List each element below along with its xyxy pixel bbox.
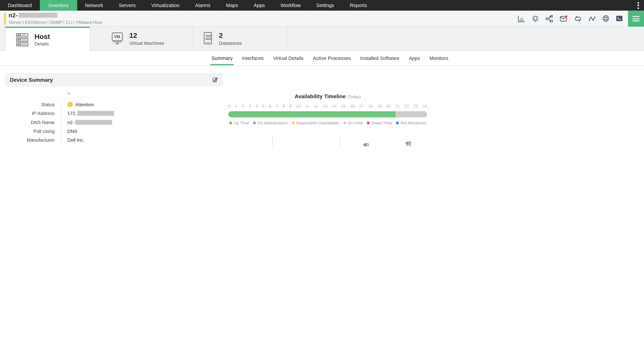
tab-virtual-machines[interactable]: VM 12 Virtual Machines <box>90 27 193 50</box>
timeline-hour-scale: 0123456789101112131415161718192021222324 <box>228 104 427 108</box>
field-row-ip: IP Address 172. <box>5 109 223 118</box>
tab-host-subtitle: Details <box>34 42 50 46</box>
globe-icon[interactable] <box>602 14 610 23</box>
redacted-value <box>75 120 112 125</box>
dependent-legend-dot <box>292 121 295 124</box>
gauge-center-line <box>340 136 340 146</box>
app-window: Dashboard Inventory Network Servers Virt… <box>0 0 644 146</box>
kebab-menu-icon[interactable] <box>632 0 644 11</box>
availability-timeline-bar[interactable] <box>228 111 427 117</box>
nav-item-settings[interactable]: Settings <box>308 0 342 11</box>
redacted-value <box>78 111 114 116</box>
gauge-center-line <box>272 136 272 146</box>
svg-text:HDD: HDD <box>205 37 211 40</box>
notmonitored-legend-dot <box>396 121 399 124</box>
nav-item-maps[interactable]: Maps <box>218 0 246 11</box>
device-summary-title: Device Summary <box>10 77 53 83</box>
tab-datastores[interactable]: SSD HDD 2 Datastores <box>193 27 288 50</box>
field-value: DNS <box>62 129 78 134</box>
entity-tabs: Host Details VM 12 Virtual Machines SSD … <box>0 27 644 51</box>
workflow-icon[interactable] <box>545 14 554 23</box>
tab-ds-count: 2 <box>219 32 242 40</box>
device-summary-header: Device Summary <box>5 73 223 87</box>
hamburger-menu-icon[interactable] <box>628 11 644 27</box>
uptime-legend-dot <box>229 121 232 124</box>
downtime-legend-dot <box>367 121 370 124</box>
availability-timeline-title: Availability Timeline (Today) <box>228 93 427 99</box>
tab-ds-label: Datastores <box>219 41 242 45</box>
suppress-loop-icon[interactable] <box>573 14 582 23</box>
vm-monitor-icon: VM <box>110 31 124 46</box>
scroll-up-arrow[interactable] <box>66 92 70 94</box>
performance-chart-icon[interactable] <box>517 14 526 23</box>
field-row-dns: DNS Name n2- <box>5 118 223 127</box>
nav-item-inventory[interactable]: Inventory <box>40 0 77 11</box>
field-row-poll: Poll Using DNS <box>5 127 223 136</box>
subtab-monitors[interactable]: Monitors <box>428 51 450 65</box>
nav-item-alarms[interactable]: Alarms <box>187 0 218 11</box>
field-label: Manufacturer <box>5 136 62 144</box>
field-label: DNS Name <box>5 118 62 127</box>
nav-item-workflow[interactable]: Workflow <box>273 0 308 11</box>
nav-item-virtualization[interactable]: Virtualization <box>144 0 187 11</box>
device-summary-fields: Status !Attention IP Address 172. DNS Na… <box>5 100 223 146</box>
terminal-icon[interactable] <box>615 14 624 23</box>
uptime-segment <box>228 111 395 117</box>
alarm-bell-icon[interactable] <box>531 14 540 23</box>
field-row-status: Status !Attention <box>5 100 223 109</box>
tab-vm-count: 12 <box>129 32 164 40</box>
field-row-manufacturer: Manufacturer Dell Inc. <box>5 136 223 144</box>
svg-text:VM: VM <box>114 34 120 39</box>
device-header: n2- Server | ESXServer | SNMP | CLI | VM… <box>0 11 644 27</box>
server-rack-icon <box>15 32 29 47</box>
field-value: Dell Inc. <box>62 138 84 142</box>
subtab-virtual-details[interactable]: Virtual Details <box>272 51 304 65</box>
nav-item-apps[interactable]: Apps <box>246 0 273 11</box>
tab-host-details[interactable]: Host Details <box>5 27 90 51</box>
nav-item-dashboard[interactable]: Dashboard <box>0 0 40 11</box>
device-status-strip <box>4 13 6 25</box>
onhold-legend-dot <box>343 121 346 124</box>
nav-item-network[interactable]: Network <box>77 0 111 11</box>
pulse-graph-icon[interactable] <box>588 14 596 23</box>
packet-loss-report-icon[interactable] <box>363 143 370 146</box>
top-nav: Dashboard Inventory Network Servers Virt… <box>0 0 644 11</box>
field-label: Status <box>5 100 62 109</box>
svg-text:SSD: SSD <box>206 34 211 37</box>
field-value: n2- <box>62 120 112 125</box>
edit-icon[interactable] <box>212 77 218 83</box>
field-label: Poll Using <box>5 127 62 136</box>
device-categories: Server | ESXServer | SNMP | CLI | VMware… <box>8 20 102 24</box>
field-value: 172. <box>62 111 114 116</box>
field-row-service-tag: Service Tag <box>5 144 223 146</box>
timeline-legend: Up Time On Maintenance Dependent Unavail… <box>224 121 431 125</box>
subtab-apps[interactable]: Apps <box>408 51 421 65</box>
subtab-installed-software[interactable]: Installed Software <box>359 51 400 65</box>
warning-status-icon: ! <box>67 102 73 107</box>
redacted-device-name <box>19 13 58 18</box>
subtab-summary[interactable]: Summary <box>210 51 234 65</box>
tab-vm-label: Virtual Machines <box>129 41 164 45</box>
maintenance-legend-dot <box>253 121 256 124</box>
response-time-report-icon[interactable] <box>406 141 412 146</box>
nav-item-reports[interactable]: Reports <box>342 0 375 11</box>
subtab-active-processes[interactable]: Active Processes <box>312 51 352 65</box>
header-actions <box>517 11 623 26</box>
datastore-icon: SSD HDD <box>202 31 214 46</box>
device-name: n2- <box>8 12 18 18</box>
field-label: Service Tag <box>5 144 62 146</box>
field-value: !Attention <box>62 102 94 107</box>
summary-subtabs: Summary Interfaces Virtual Details Activ… <box>0 51 644 66</box>
subtab-interfaces[interactable]: Interfaces <box>241 51 265 65</box>
tab-host-title: Host <box>34 33 50 41</box>
nav-item-servers[interactable]: Servers <box>111 0 144 11</box>
mail-icon[interactable] <box>559 14 568 23</box>
field-label: IP Address <box>5 109 62 118</box>
timeline-period: (Today) <box>347 94 361 99</box>
